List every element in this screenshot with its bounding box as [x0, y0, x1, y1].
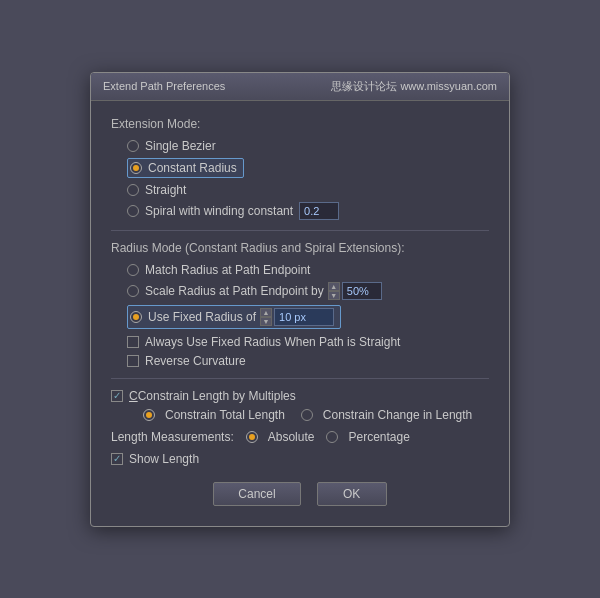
radio-match-radius[interactable]: [127, 264, 139, 276]
radio-constant-radius[interactable]: [130, 162, 142, 174]
checkbox-row-constrain-length[interactable]: ✓ CConstrain Length by Multiples: [111, 389, 489, 403]
radio-constrain-total[interactable]: [143, 409, 155, 421]
checkbox-reverse-curv[interactable]: [127, 355, 139, 367]
checkbox-constrain-length[interactable]: ✓: [111, 390, 123, 402]
radio-row-match-radius[interactable]: Match Radius at Path Endpoint: [127, 263, 489, 277]
label-constant-radius: Constant Radius: [148, 161, 237, 175]
label-show-length: Show Length: [129, 452, 199, 466]
label-match-radius: Match Radius at Path Endpoint: [145, 263, 310, 277]
radio-row-straight[interactable]: Straight: [127, 183, 489, 197]
spinner-down[interactable]: ▼: [328, 291, 340, 300]
watermark: 思缘设计论坛 www.missyuan.com: [331, 79, 497, 94]
label-constrain-length: CConstrain Length by Multiples: [129, 389, 296, 403]
constrain-options-row: Constrain Total Length Constrain Change …: [143, 408, 489, 422]
radio-row-spiral[interactable]: Spiral with winding constant: [127, 202, 489, 220]
divider-2: [111, 378, 489, 379]
title-bar: Extend Path Preferences 思缘设计论坛 www.missy…: [91, 73, 509, 101]
radio-row-single-bezier[interactable]: Single Bezier: [127, 139, 489, 153]
measurements-row: Length Measurements: Absolute Percentage: [111, 430, 489, 444]
radio-fixed-radius[interactable]: [130, 311, 142, 323]
label-spiral: Spiral with winding constant: [145, 204, 293, 218]
label-single-bezier: Single Bezier: [145, 139, 216, 153]
dialog-title: Extend Path Preferences: [103, 80, 225, 92]
radius-mode-group: Match Radius at Path Endpoint Scale Radi…: [127, 263, 489, 329]
checkbox-row-always-fixed[interactable]: Always Use Fixed Radius When Path is Str…: [127, 335, 489, 349]
checkbox-always-fixed[interactable]: [127, 336, 139, 348]
label-constrain-change: Constrain Change in Length: [323, 408, 472, 422]
radio-spiral[interactable]: [127, 205, 139, 217]
radio-single-bezier[interactable]: [127, 140, 139, 152]
fixed-radius-spinner[interactable]: ▲ ▼: [260, 308, 272, 326]
button-row: Cancel OK: [111, 482, 489, 510]
radio-absolute[interactable]: [246, 431, 258, 443]
fixed-spinner-down[interactable]: ▼: [260, 317, 272, 326]
radio-row-constant-radius[interactable]: Constant Radius: [127, 158, 489, 178]
label-straight: Straight: [145, 183, 186, 197]
dialog-window: Extend Path Preferences 思缘设计论坛 www.missy…: [90, 72, 510, 527]
checkbox-row-reverse-curv[interactable]: Reverse Curvature: [127, 354, 489, 368]
label-always-fixed: Always Use Fixed Radius When Path is Str…: [145, 335, 400, 349]
radio-percentage[interactable]: [326, 431, 338, 443]
label-absolute: Absolute: [268, 430, 315, 444]
fixed-spinner-up[interactable]: ▲: [260, 308, 272, 317]
spinner-up[interactable]: ▲: [328, 282, 340, 291]
radio-highlight-fixed-radius: Use Fixed Radius of ▲ ▼: [127, 305, 341, 329]
ok-button[interactable]: OK: [317, 482, 387, 506]
dialog-body: Extension Mode: Single Bezier Constant R…: [91, 101, 509, 526]
extension-mode-group: Single Bezier Constant Radius Straight S…: [127, 139, 489, 220]
radio-straight[interactable]: [127, 184, 139, 196]
extension-mode-label: Extension Mode:: [111, 117, 489, 131]
label-scale-radius: Scale Radius at Path Endpoint by: [145, 284, 324, 298]
label-constrain-total: Constrain Total Length: [165, 408, 285, 422]
radio-scale-radius[interactable]: [127, 285, 139, 297]
radio-highlight-constant-radius: Constant Radius: [127, 158, 244, 178]
cancel-button[interactable]: Cancel: [213, 482, 300, 506]
spiral-value-input[interactable]: [299, 202, 339, 220]
checkbox-show-length[interactable]: ✓: [111, 453, 123, 465]
radio-constrain-change[interactable]: [301, 409, 313, 421]
label-fixed-radius: Use Fixed Radius of: [148, 310, 256, 324]
radio-row-fixed-radius[interactable]: Use Fixed Radius of ▲ ▼: [127, 305, 489, 329]
measurements-label: Length Measurements:: [111, 430, 234, 444]
label-reverse-curv: Reverse Curvature: [145, 354, 246, 368]
radius-mode-label: Radius Mode (Constant Radius and Spiral …: [111, 241, 489, 255]
label-percentage: Percentage: [348, 430, 409, 444]
radio-row-scale-radius[interactable]: Scale Radius at Path Endpoint by ▲ ▼: [127, 282, 489, 300]
fixed-radius-input[interactable]: [274, 308, 334, 326]
scale-radius-spinner[interactable]: ▲ ▼: [328, 282, 340, 300]
constrain-label-text: Constrain Length by Multiples: [138, 389, 296, 403]
divider-1: [111, 230, 489, 231]
checkbox-row-show-length[interactable]: ✓ Show Length: [111, 452, 489, 466]
scale-radius-input[interactable]: [342, 282, 382, 300]
constrain-underline: C: [129, 389, 138, 403]
